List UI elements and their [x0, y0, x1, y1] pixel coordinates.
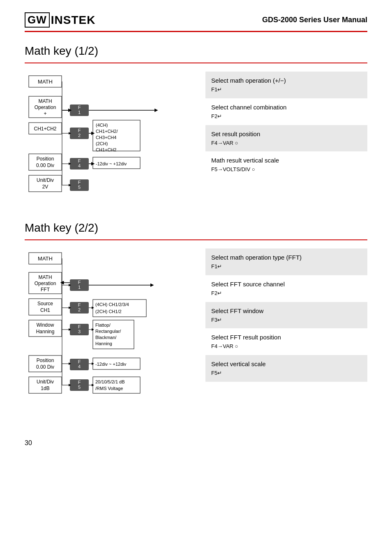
svg-text:0.00 Div: 0.00 Div [36, 364, 54, 370]
svg-text:F: F [78, 105, 81, 110]
svg-text:-12div ~ +12div: -12div ~ +12div [95, 362, 127, 367]
svg-text:F: F [78, 359, 81, 364]
section2-descriptions: Select math operation type (FFT) F1↵ Sel… [205, 248, 367, 382]
svg-text:4: 4 [78, 364, 81, 369]
page-number: 30 [25, 439, 367, 447]
svg-text:F: F [78, 128, 81, 133]
svg-text:MATH: MATH [38, 98, 52, 104]
svg-text:5: 5 [78, 185, 81, 190]
section1-desc-4: Math result vertical scale F5→VOLTS/DIV … [205, 151, 367, 178]
section1-divider [25, 63, 367, 63]
section1-desc-2: Select channel combination F2↵ [205, 98, 367, 125]
svg-text:CH1+CH2: CH1+CH2 [96, 147, 116, 152]
svg-text:CH1+CH2/: CH1+CH2/ [96, 129, 118, 134]
section2-desc-1-text: Select math operation type (FFT) [211, 253, 362, 262]
section2-desc-2-text: Select FFT source channel [211, 279, 362, 289]
svg-text:Hanning: Hanning [36, 329, 55, 334]
svg-text:Position: Position [37, 156, 54, 162]
svg-text:CH1+CH2: CH1+CH2 [34, 126, 56, 132]
svg-text:Blackman/: Blackman/ [95, 335, 117, 340]
svg-text:2: 2 [78, 307, 81, 312]
section1-desc-3-key: F4→VAR ○ [211, 139, 362, 148]
logo: GW INSTEK [25, 12, 95, 28]
section1-desc-2-key: F2↵ [211, 112, 362, 121]
section2-diagram: MATH MATH Operation FFT Source CH1 Windo… [25, 248, 197, 423]
section2-desc-4-key: F4→VAR ○ [211, 342, 362, 351]
svg-text:CH3+CH4: CH3+CH4 [96, 135, 116, 140]
section2-svg: MATH MATH Operation FFT Source CH1 Windo… [25, 248, 197, 421]
logo-text: INSTEK [51, 14, 96, 27]
svg-text:Rectangular/: Rectangular/ [95, 329, 121, 334]
section1-descriptions: Select math operation (+/−) F1↵ Select c… [205, 72, 367, 178]
section1-desc-3: Set result position F4→VAR ○ [205, 125, 367, 152]
svg-text:MATH: MATH [38, 274, 52, 280]
svg-text:F: F [78, 280, 81, 285]
section1-desc-1-key: F1↵ [211, 86, 362, 94]
section1-desc-1: Select math operation (+/−) F1↵ [205, 72, 367, 98]
section-math-1: Math key (1/2) MATH MATH Operation + CH1… [25, 44, 367, 205]
section1-desc-3-text: Set result position [211, 129, 362, 139]
section1-diagram: MATH MATH Operation + CH1+CH2 Position 0… [25, 72, 197, 205]
section2-desc-2-key: F2↵ [211, 289, 362, 298]
section2-desc-2: Select FFT source channel F2↵ [205, 275, 367, 302]
svg-text:1: 1 [78, 285, 81, 290]
section1-desc-4-text: Math result vertical scale [211, 156, 362, 165]
svg-text:-12div ~ +12div: -12div ~ +12div [96, 161, 127, 166]
svg-text:0.00 Div: 0.00 Div [36, 163, 54, 168]
svg-text:2V: 2V [42, 184, 48, 190]
svg-text:(2CH) CH1/2: (2CH) CH1/2 [95, 309, 122, 314]
section2-title: Math key (2/2) [25, 221, 367, 235]
svg-text:F: F [78, 180, 81, 185]
svg-text:(4CH) CH1/2/3/4: (4CH) CH1/2/3/4 [95, 302, 129, 307]
svg-text:4: 4 [78, 163, 81, 168]
svg-text:Operation: Operation [35, 281, 56, 286]
svg-text:Source: Source [37, 301, 53, 307]
svg-text:2: 2 [78, 133, 81, 138]
svg-text:+: + [44, 111, 46, 116]
logo-box: GW [25, 12, 50, 28]
svg-text:Unit/Div: Unit/Div [37, 379, 54, 385]
header-title: GDS-2000 Series User Manual [262, 16, 367, 24]
svg-text:F: F [78, 380, 81, 385]
section2-desc-3: Select FFT window F3↵ [205, 302, 367, 329]
section2-desc-4-text: Select FFT result position [211, 332, 362, 342]
svg-text:(2CH): (2CH) [96, 141, 108, 146]
svg-text:1dB: 1dB [41, 385, 49, 391]
svg-text:/RMS Voltage: /RMS Voltage [95, 386, 123, 391]
svg-text:MATH: MATH [38, 79, 53, 85]
section2-desc-5-key: F5↵ [211, 369, 362, 378]
svg-text:F: F [78, 158, 81, 163]
svg-text:F: F [78, 324, 81, 329]
section2-desc-1-key: F1↵ [211, 262, 362, 271]
svg-text:Operation: Operation [35, 104, 56, 110]
section1-title: Math key (1/2) [25, 44, 367, 58]
svg-text:F: F [78, 302, 81, 307]
svg-text:Position: Position [37, 358, 54, 363]
svg-text:Hanning: Hanning [95, 341, 112, 346]
section1-svg: MATH MATH Operation + CH1+CH2 Position 0… [25, 72, 197, 203]
svg-text:3: 3 [78, 329, 81, 334]
svg-text:1: 1 [78, 110, 81, 115]
section2-desc-5: Select vertical scale F5↵ [205, 355, 367, 382]
section2-desc-3-text: Select FFT window [211, 306, 362, 316]
section1-desc-1-text: Select math operation (+/−) [211, 76, 362, 86]
section1-desc-2-text: Select channel combination [211, 102, 362, 112]
svg-text:Window: Window [37, 322, 54, 328]
section1-desc-4-key: F5→VOLTS/DIV ○ [211, 165, 362, 174]
svg-text:Unit/Div: Unit/Div [37, 177, 54, 183]
svg-text:CH1: CH1 [40, 307, 50, 313]
svg-text:Flattop/: Flattop/ [95, 323, 111, 327]
section2-desc-4: Select FFT result position F4→VAR ○ [205, 328, 367, 355]
section2-desc-1: Select math operation type (FFT) F1↵ [205, 248, 367, 275]
svg-text:20/10/5/2/1 dB: 20/10/5/2/1 dB [95, 379, 125, 384]
svg-text:MATH: MATH [38, 255, 53, 262]
svg-text:(4CH): (4CH) [96, 123, 108, 128]
section2-divider [25, 239, 367, 240]
page-header: GW INSTEK GDS-2000 Series User Manual [25, 12, 367, 32]
section-math-2: Math key (2/2) MATH MATH Operation FFT [25, 221, 367, 423]
svg-text:FFT: FFT [41, 287, 50, 293]
section2-desc-5-text: Select vertical scale [211, 359, 362, 369]
section2-desc-3-key: F3↵ [211, 316, 362, 325]
svg-text:5: 5 [78, 385, 81, 390]
